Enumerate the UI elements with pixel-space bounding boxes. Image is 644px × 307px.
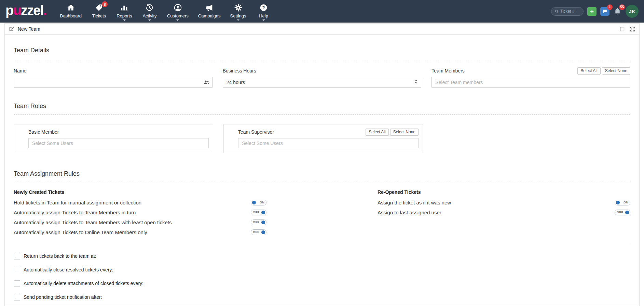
new-team-panel: New Team Team Details Name <box>4 23 640 306</box>
chat-button[interactable]: 1 <box>600 7 609 16</box>
team-details-title: Team Details <box>14 47 630 54</box>
user-avatar[interactable]: JK <box>626 5 639 18</box>
divider <box>14 61 630 61</box>
checkbox-label: Return tickets back to the team at: <box>24 253 96 259</box>
expand-icon[interactable] <box>630 26 635 32</box>
search-icon <box>554 9 559 14</box>
toggle-switch[interactable]: OFF <box>251 219 266 225</box>
chevron-down-icon <box>148 19 151 21</box>
ticket-search-input[interactable] <box>560 9 580 14</box>
team-members-input[interactable] <box>431 77 630 88</box>
business-hours-select[interactable]: 24 hours <box>223 77 422 88</box>
collapse-square-icon[interactable] <box>619 26 625 32</box>
rule-label: Automatically assign Tickets to Team Mem… <box>14 210 136 215</box>
team-members-label: Team Members <box>431 68 464 74</box>
team-supervisor-label: Team Supervisor <box>238 129 274 135</box>
nav-label: Customers <box>167 13 189 18</box>
team-members-field: Team Members Select All Select None <box>431 67 630 88</box>
reopened-column: Re-Opened Tickets Assign the ticket as i… <box>378 189 630 236</box>
basic-member-box: Basic Member <box>14 124 213 153</box>
megaphone-icon <box>205 3 214 12</box>
nav-customers[interactable]: Customers <box>162 0 193 23</box>
home-icon <box>67 3 75 12</box>
rule-label: Automatically assign Tickets to Online T… <box>14 229 147 235</box>
basic-member-label: Basic Member <box>28 129 59 135</box>
add-new-button[interactable]: + <box>587 7 597 16</box>
rule-row: Automatically assign Tickets to Team Mem… <box>14 218 266 226</box>
checkbox-label: Send pending ticket notification after: <box>24 294 102 300</box>
team-roles-title: Team Roles <box>14 103 630 110</box>
select-all-button[interactable]: Select All <box>366 129 388 136</box>
group-icon <box>203 79 210 87</box>
nav-label: Settings <box>230 13 246 18</box>
team-supervisor-box: Team Supervisor Select All Select None <box>223 124 423 153</box>
business-hours-label: Business Hours <box>223 68 256 74</box>
check-row-close-resolved: Automatically close resolved tickets eve… <box>14 266 630 273</box>
nav-campaigns[interactable]: Campaigns <box>193 0 225 23</box>
select-none-button[interactable]: Select None <box>602 67 630 75</box>
panel-title: New Team <box>18 26 40 32</box>
return-tickets-checkbox[interactable] <box>14 253 20 259</box>
checkbox-label: Automatically close resolved tickets eve… <box>24 267 113 272</box>
pending-notification-checkbox[interactable] <box>14 294 20 301</box>
nav-label: Campaigns <box>198 13 221 18</box>
svg-text:?: ? <box>262 5 265 10</box>
name-field: Name <box>14 67 213 88</box>
question-icon: ? <box>259 3 268 12</box>
check-row-delete-attachments: Automatically delete attachments of clos… <box>14 280 630 287</box>
chevron-down-icon <box>123 19 126 21</box>
assignment-rules-title: Team Assignment Rules <box>14 170 630 177</box>
notifications-badge: 55 <box>619 4 625 10</box>
close-resolved-checkbox[interactable] <box>14 267 20 273</box>
topbar-right-tools: + 1 55 JK <box>551 0 644 23</box>
main-nav: Dashboard Tickets 8 Reports Activity <box>55 0 276 23</box>
toggle-switch[interactable]: ON <box>251 200 266 205</box>
team-supervisor-input[interactable] <box>238 138 419 148</box>
toggle-switch[interactable]: ON <box>615 200 630 205</box>
business-hours-value: 24 hours <box>227 80 245 85</box>
chat-badge: 1 <box>607 4 613 10</box>
app-logo[interactable]: puzzel. <box>0 0 55 23</box>
rule-row: Automatically assign Tickets to Online T… <box>14 228 266 236</box>
ticket-search <box>551 7 584 16</box>
select-none-button[interactable]: Select None <box>390 129 419 136</box>
ticket-options: Return tickets back to the team at: Auto… <box>14 252 630 301</box>
panel-header: New Team <box>5 24 639 35</box>
top-navbar: puzzel. Dashboard Tickets 8 Reports <box>0 0 644 23</box>
rule-label: Hold tickets in Team for manual assignme… <box>14 200 141 205</box>
divider <box>14 246 630 246</box>
rule-label: Automatically assign Tickets to Team Mem… <box>14 219 172 225</box>
bar-chart-icon <box>120 3 128 12</box>
nav-activity[interactable]: Activity <box>137 0 162 23</box>
select-arrows-icon <box>414 79 419 85</box>
panel-content: Team Details Name Business Hours <box>5 35 639 301</box>
select-all-button[interactable]: Select All <box>577 67 600 75</box>
history-icon <box>145 3 154 12</box>
rule-row: Assign to last assigned user OFF <box>378 209 630 216</box>
toggle-switch[interactable]: OFF <box>251 210 266 215</box>
name-input[interactable] <box>14 77 213 88</box>
toggle-switch[interactable]: OFF <box>251 229 266 235</box>
user-circle-icon <box>174 3 182 12</box>
tickets-count-badge: 8 <box>102 1 108 7</box>
chevron-down-icon <box>262 19 265 21</box>
divider <box>14 114 630 115</box>
nav-label: Help <box>259 13 268 18</box>
reopened-title: Re-Opened Tickets <box>378 189 630 195</box>
rule-row: Assign the ticket as if it was new ON <box>378 199 630 206</box>
nav-dashboard[interactable]: Dashboard <box>55 0 86 23</box>
notifications-button[interactable]: 55 <box>613 7 622 16</box>
rule-row: Automatically assign Tickets to Team Mem… <box>14 209 266 216</box>
nav-help[interactable]: ? Help <box>251 0 276 23</box>
basic-member-input[interactable] <box>28 138 209 148</box>
nav-reports[interactable]: Reports <box>112 0 137 23</box>
name-label: Name <box>14 68 26 74</box>
delete-attachments-checkbox[interactable] <box>14 280 20 287</box>
chevron-down-icon <box>176 19 179 21</box>
nav-label: Reports <box>117 13 132 18</box>
toggle-switch[interactable]: OFF <box>615 210 630 215</box>
logo-text-accent: u <box>13 3 20 18</box>
nav-tickets[interactable]: Tickets 8 <box>86 0 112 23</box>
nav-settings[interactable]: Settings <box>225 0 251 23</box>
panel-controls <box>619 26 635 32</box>
